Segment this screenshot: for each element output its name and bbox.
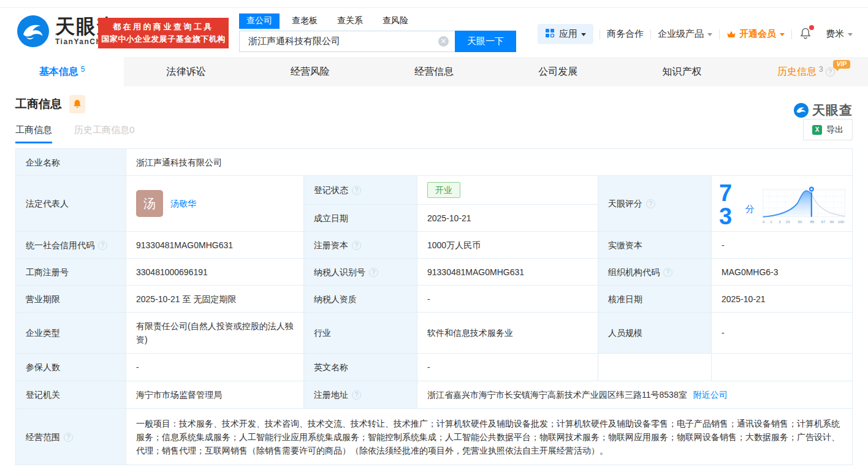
search-tab-relation[interactable]: 查关系 xyxy=(330,13,370,29)
subtab-history-business-info[interactable]: 历史工商信息0 xyxy=(74,119,134,143)
tab-history-info[interactable]: 历史信息 3 ? VIP xyxy=(744,57,868,86)
taxpayer-id-value: 91330481MAG0MHG631 xyxy=(417,259,598,286)
excel-icon: X xyxy=(812,125,822,135)
axis-tick: 100 xyxy=(838,219,845,224)
enterprise-products-menu[interactable]: 企业级产品 xyxy=(658,28,712,40)
help-icon[interactable]: ? xyxy=(352,390,361,400)
business-scope-value: 一般项目：技术服务、技术开发、技术咨询、技术交流、技术转让、技术推广；计算机软硬… xyxy=(126,409,853,465)
clear-search-icon[interactable]: ✕ xyxy=(438,36,449,47)
nearby-companies-link[interactable]: 附近公司 xyxy=(693,390,728,400)
open-vip-menu[interactable]: 开通会员 xyxy=(726,28,785,40)
crown-icon xyxy=(726,30,736,39)
brand-slogan-banner: 都在用的商业查询工具 国家中小企业发展子基金旗下机构 xyxy=(98,18,229,48)
export-label: 导出 xyxy=(826,124,843,135)
vip-badge: VIP xyxy=(833,60,850,69)
reg-authority-value: 海宁市市场监督管理局 xyxy=(126,381,304,409)
field-label-text: 组织机构代码 xyxy=(608,267,660,277)
business-info-subtabs: 工商信息 历史工商信息0 X 导出 xyxy=(15,119,853,143)
axis-tick: 99 xyxy=(829,219,834,224)
notifications-bell[interactable] xyxy=(799,27,812,41)
credit-code-value: 91330481MAG0MHG631 xyxy=(126,232,304,259)
help-icon[interactable]: ? xyxy=(369,268,378,277)
industry-value: 软件和信息技术服务业 xyxy=(417,313,598,354)
field-label: 核准日期 xyxy=(598,286,712,313)
empty-cell xyxy=(598,354,712,381)
help-icon[interactable]: ? xyxy=(352,186,361,195)
legal-rep-link[interactable]: 汤敬华 xyxy=(170,197,196,210)
field-label: 成立日期 xyxy=(304,205,417,232)
company-name-value: 浙江声通科技有限公司 xyxy=(126,149,853,176)
field-label: 企业名称 xyxy=(16,149,126,176)
tab-basic-info[interactable]: 基本信息 5 xyxy=(0,57,124,86)
avatar[interactable]: 汤 xyxy=(136,190,163,217)
tianyancha-watermark-icon xyxy=(794,103,809,118)
table-row: 企业类型 有限责任公司(自然人投资或控股的法人独资) 行业 软件和信息技术服务业… xyxy=(16,313,853,354)
table-row: 企业名称 浙江声通科技有限公司 xyxy=(16,149,853,176)
field-label: 工商注册号 xyxy=(16,259,126,286)
divider xyxy=(600,29,600,39)
paid-capital-value: - xyxy=(712,232,853,259)
help-icon[interactable]: ? xyxy=(352,241,361,250)
watermark-logo: 天眼查 xyxy=(794,102,853,119)
tab-legal-proceedings[interactable]: 法律诉讼 xyxy=(124,57,248,86)
field-label-text: 注册地址 xyxy=(314,390,348,400)
search-tabs: 查公司 查老板 查关系 查风险 xyxy=(239,14,516,29)
field-label-text: 登记状态 xyxy=(314,185,348,195)
field-label: 天眼评分? xyxy=(598,176,712,232)
tab-label: 基本信息 xyxy=(39,66,78,78)
field-label: 参保人数 xyxy=(16,354,126,381)
axis-tick: 1 xyxy=(770,219,772,224)
search-tab-company[interactable]: 查公司 xyxy=(239,13,280,29)
export-button[interactable]: X 导出 xyxy=(803,119,853,140)
tab-business-info[interactable]: 经营信息 xyxy=(372,57,496,86)
tianyancha-logo-icon xyxy=(17,15,49,47)
insured-count-value: - xyxy=(126,354,304,381)
tab-label: 法律诉讼 xyxy=(166,66,205,78)
field-label: 行业 xyxy=(304,313,417,354)
approval-date-value: 2025-10-21 xyxy=(712,286,853,313)
search-tab-boss[interactable]: 查老板 xyxy=(284,13,325,29)
help-icon[interactable]: ? xyxy=(98,241,107,250)
header-nav: 应用 商务合作 企业级产品 开通会员 费米 xyxy=(538,24,859,44)
field-label: 登记状态? xyxy=(304,176,417,205)
table-row: 参保人数 - 英文名称 - xyxy=(16,354,853,381)
field-label-text: 纳税人识别号 xyxy=(314,267,365,277)
search-input[interactable] xyxy=(248,36,438,47)
apps-menu[interactable]: 应用 xyxy=(538,24,593,44)
field-label: 人员规模 xyxy=(598,313,712,354)
help-icon[interactable]: ? xyxy=(663,268,672,277)
axis-tick: 85 xyxy=(810,219,814,224)
field-label: 统一社会信用代码? xyxy=(16,232,126,259)
business-cooperation-link[interactable]: 商务合作 xyxy=(607,28,644,40)
tab-operational-risk[interactable]: 经营风险 xyxy=(248,57,372,86)
tab-label: 知识产权 xyxy=(663,66,702,78)
section-title: 工商信息 xyxy=(15,96,62,112)
help-icon[interactable]: ? xyxy=(64,433,73,442)
subtab-business-info[interactable]: 工商信息 xyxy=(15,119,52,143)
field-label: 纳税人识别号? xyxy=(304,259,417,286)
user-menu[interactable]: 费米 xyxy=(826,28,853,40)
subscribe-bell-button[interactable] xyxy=(69,95,85,113)
search-tab-risk[interactable]: 查风险 xyxy=(375,13,416,29)
main-content: 工商信息 天眼查 工商信息 历史工商信息0 X 导出 企业名称 xyxy=(0,94,868,465)
chevron-down-icon xyxy=(581,33,586,36)
field-label-text: 统一社会信用代码 xyxy=(26,240,94,250)
axis-tick: 50 xyxy=(798,219,802,224)
table-row: 营业期限 2025-10-21 至 无固定期限 纳税人资质 - 核准日期 202… xyxy=(16,286,853,313)
field-label: 登记机关 xyxy=(16,381,126,409)
search-button[interactable]: 天眼一下 xyxy=(455,31,516,52)
watermark-text: 天眼查 xyxy=(812,102,853,119)
company-type-value: 有限责任公司(自然人投资或控股的法人独资) xyxy=(126,313,304,354)
apps-grid-icon xyxy=(545,28,555,40)
tab-company-development[interactable]: 公司发展 xyxy=(496,57,620,86)
table-row: 经营范围? 一般项目：技术服务、技术开发、技术咨询、技术交流、技术转让、技术推广… xyxy=(16,409,853,465)
field-label: 实缴资本 xyxy=(598,232,712,259)
help-icon[interactable]: ? xyxy=(826,67,835,77)
help-icon[interactable]: ? xyxy=(646,199,655,208)
table-row: 统一社会信用代码? 91330481MAG0MHG631 注册资本? 1000万… xyxy=(16,232,853,259)
subtab-count: 0 xyxy=(129,124,134,135)
field-label: 注册地址? xyxy=(304,381,417,409)
tab-intellectual-property[interactable]: 知识产权 xyxy=(620,57,744,86)
search-area: 查公司 查老板 查关系 查风险 ✕ 天眼一下 xyxy=(239,14,516,52)
divider xyxy=(791,29,792,39)
